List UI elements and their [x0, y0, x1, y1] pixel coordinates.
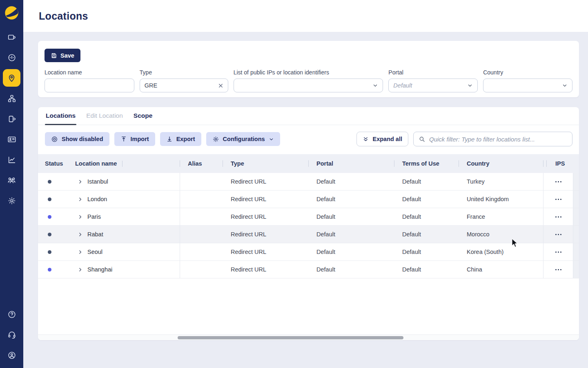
column-header-terms-of-use[interactable]: Terms of Use	[394, 154, 459, 173]
country-cell: Korea (South)	[459, 243, 543, 260]
tab-locations[interactable]: Locations	[45, 112, 76, 125]
row-actions-button[interactable]	[554, 267, 563, 273]
ellipsis-icon	[558, 234, 559, 235]
brand-logo-icon[interactable]	[4, 5, 19, 20]
row-actions-button[interactable]	[554, 196, 563, 202]
dashboard-gauge-icon[interactable]	[3, 49, 20, 66]
country-cell: China	[459, 261, 543, 278]
download-icon	[166, 136, 173, 142]
chevron-down-icon[interactable]	[372, 83, 378, 88]
save-button[interactable]: Save	[45, 49, 80, 62]
alias-cell	[180, 226, 223, 243]
configurations-button[interactable]: Configurations	[206, 132, 280, 146]
type-cell: Redirect URL	[223, 173, 308, 190]
help-icon[interactable]	[3, 305, 20, 323]
column-header-type[interactable]: Type	[223, 154, 308, 173]
ellipsis-icon	[558, 269, 559, 270]
terms-of-use-cell: Default	[394, 191, 459, 208]
column-header-portal[interactable]: Portal	[308, 154, 394, 173]
table-row[interactable]: Paris Redirect URL Default Default Franc…	[38, 208, 579, 226]
country-select[interactable]	[483, 79, 572, 92]
location-name-field[interactable]	[45, 79, 134, 92]
status-dot	[48, 180, 51, 184]
network-topology-icon[interactable]	[3, 90, 20, 107]
app-window-icon[interactable]	[3, 28, 20, 46]
type-input[interactable]	[145, 82, 218, 89]
location-name-cell: Istanbul	[87, 178, 108, 185]
ellipsis-icon	[558, 251, 559, 253]
sidebar-nav	[3, 28, 20, 209]
column-header-location-name[interactable]: Location name	[68, 154, 180, 173]
column-header-ips[interactable]: IPS	[543, 154, 573, 173]
location-name-input[interactable]	[49, 82, 129, 89]
analytics-chart-icon[interactable]	[3, 151, 20, 168]
expand-all-button[interactable]: Expand all	[356, 132, 408, 146]
scrollbar-thumb[interactable]	[178, 336, 403, 339]
type-cell: Redirect URL	[223, 243, 308, 260]
quick-filter-field[interactable]	[413, 132, 572, 146]
row-filler-cell	[573, 191, 579, 208]
gear-icon	[212, 136, 219, 143]
row-filler-cell	[573, 261, 579, 278]
type-cell: Redirect URL	[223, 226, 308, 243]
show-disabled-button[interactable]: Show disabled	[45, 132, 109, 146]
expand-row-chevron-icon[interactable]	[78, 179, 83, 184]
type-cell: Redirect URL	[223, 208, 308, 225]
table-toolbar: Show disabled Import Export Configuratio…	[38, 125, 579, 146]
location-name-cell: London	[87, 196, 107, 202]
chevron-down-icon[interactable]	[562, 83, 568, 88]
tab-edit-location[interactable]: Edit Location	[85, 112, 124, 125]
content-area: Save Location name Type	[23, 32, 588, 368]
terms-of-use-cell: Default	[394, 173, 459, 190]
expand-row-chevron-icon[interactable]	[78, 214, 83, 220]
locations-pin-icon[interactable]	[3, 69, 20, 87]
chevron-down-icon[interactable]	[467, 83, 473, 88]
row-filler-cell	[573, 173, 579, 190]
row-actions-button[interactable]	[554, 231, 563, 238]
ip-list-select[interactable]	[234, 79, 383, 92]
column-header-alias[interactable]: Alias	[180, 154, 223, 173]
quick-filter-input[interactable]	[429, 136, 567, 143]
row-actions-button[interactable]	[554, 249, 563, 255]
top-bar: Locations	[23, 0, 588, 32]
location-name-cell: Shanghai	[87, 266, 112, 273]
table-row[interactable]: London Redirect URL Default Default Unit…	[38, 191, 579, 208]
horizontal-scrollbar[interactable]	[38, 334, 579, 340]
portal-cell: Default	[308, 208, 394, 225]
row-actions-button[interactable]	[554, 214, 563, 220]
column-header-status[interactable]: Status	[38, 154, 68, 173]
chevron-down-icon	[269, 137, 274, 142]
portal-label: Portal	[388, 69, 478, 76]
row-actions-button[interactable]	[554, 179, 563, 185]
table-header: Status Location name Alias Type Portal T…	[38, 154, 579, 173]
type-label: Type	[140, 69, 228, 76]
upload-icon	[120, 136, 127, 142]
tab-scope[interactable]: Scope	[133, 112, 154, 125]
id-card-icon[interactable]	[3, 130, 20, 148]
alias-cell	[180, 261, 223, 278]
table-row[interactable]: Istanbul Redirect URL Default Default Tu…	[38, 173, 579, 191]
type-field[interactable]	[140, 79, 228, 92]
table-row[interactable]: Shanghai Redirect URL Default Default Ch…	[38, 261, 579, 278]
portal-select[interactable]: Default	[388, 79, 478, 92]
table-row[interactable]: Seoul Redirect URL Default Default Korea…	[38, 243, 579, 261]
clear-icon[interactable]	[218, 83, 223, 88]
column-header-country[interactable]: Country	[459, 154, 543, 173]
import-button[interactable]: Import	[114, 132, 155, 146]
double-chevron-down-icon	[363, 136, 369, 142]
support-headset-icon[interactable]	[3, 326, 20, 343]
expand-row-chevron-icon[interactable]	[78, 232, 83, 237]
account-icon[interactable]	[3, 346, 20, 364]
table-row[interactable]: Rabat Redirect URL Default Default Moroc…	[38, 226, 579, 243]
location-name-cell: Seoul	[87, 249, 102, 255]
expand-row-chevron-icon[interactable]	[78, 267, 83, 272]
devices-icon[interactable]	[3, 110, 20, 128]
expand-row-chevron-icon[interactable]	[78, 249, 83, 255]
settings-gear-icon[interactable]	[3, 192, 20, 209]
expand-row-chevron-icon[interactable]	[78, 197, 83, 202]
terms-of-use-cell: Default	[394, 261, 459, 278]
export-button[interactable]: Export	[160, 132, 201, 146]
user-groups-icon[interactable]	[3, 171, 20, 189]
ellipsis-icon	[558, 181, 559, 182]
column-resize-handle[interactable]	[122, 161, 122, 167]
